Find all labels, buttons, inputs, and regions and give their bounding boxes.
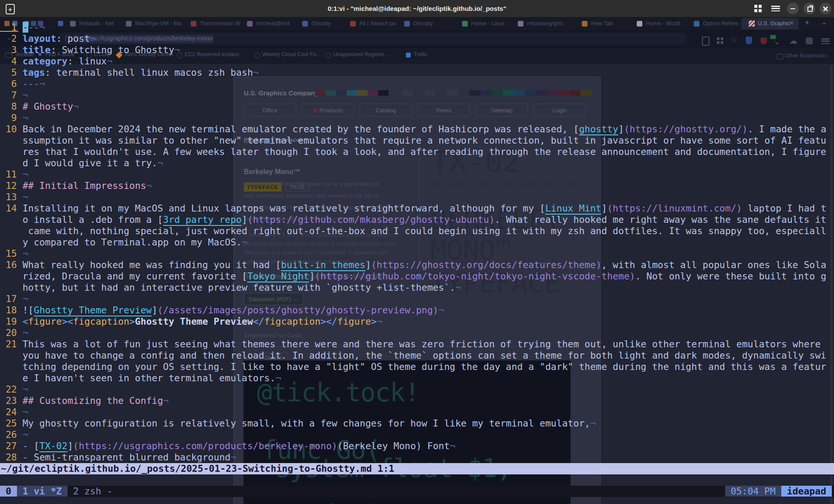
editor-text-segment-b: : post	[56, 33, 90, 44]
editor-text-segment-m: ¬	[23, 192, 28, 202]
line-number	[0, 225, 23, 236]
editor-text-segment-u: (https://linuxmint.com/)	[607, 203, 742, 214]
line-number	[0, 135, 23, 146]
editor-text-segment-m: ¬	[23, 112, 28, 123]
editor-text-segment-tp: ></	[321, 316, 338, 327]
window-title: 0:1:vi - "micheal@ideapad: ~/git/eclipti…	[0, 0, 834, 17]
editor-line-5: 5 tags: terminal shell linux macos zsh b…	[0, 67, 259, 78]
editor-text-segment-m: ¬	[439, 305, 444, 316]
editor-line-4: 4 category: linux¬	[0, 56, 112, 67]
editor-text-segment-d: ---	[23, 78, 40, 89]
editor-text-segment-m: ¬	[157, 158, 163, 168]
editor-text-segment-m: ¬	[23, 407, 28, 417]
editor-text-segment-b: laptop I had t	[742, 203, 827, 214]
line-number: 15	[0, 248, 23, 259]
editor-text-segment-m: ¬	[39, 22, 45, 33]
editor-text-segment-tp: >	[371, 316, 377, 327]
line-number: 5	[0, 67, 23, 78]
editor-text-segment-b: : terminal shell linux macos zsh bash	[45, 67, 253, 78]
editor-text-segment-tn: figure	[28, 316, 62, 327]
editor-text-segment-b: ]	[152, 305, 158, 316]
editor-text-segment-l: ghostty	[579, 124, 618, 134]
line-number	[0, 373, 23, 383]
minimize-button[interactable]	[787, 3, 799, 14]
editor-text-segment-d: --	[28, 22, 40, 33]
editor-line-18: 18 ![Ghostty Theme Preview](/assets/imag…	[0, 305, 444, 316]
editor-text-segment-m: ¬	[23, 384, 28, 395]
line-number: 11	[0, 169, 23, 180]
editor-text-segment-k: category	[23, 56, 68, 67]
tmux-window-2[interactable]: 2 zsh -	[68, 486, 118, 497]
editor-line-11: 11 ¬	[0, 169, 28, 180]
plus-icon: +	[8, 6, 12, 13]
editor-text-segment-k: layout	[23, 33, 56, 44]
line-number: 10	[0, 124, 23, 134]
editor-line-19: 19 <figure><figcaption>Ghostty Theme Pre…	[0, 316, 382, 327]
editor-text-segment-u: (https://ghostty.org/)	[624, 124, 748, 134]
vim-cursor: -	[23, 22, 28, 33]
editor-text-segment-h: ## Customizing the Config	[23, 395, 163, 406]
menu-icon[interactable]	[771, 6, 780, 11]
line-number: 22	[0, 384, 23, 395]
editor-text-segment-b: Installing it on my MacOS and Linux lapt…	[23, 203, 545, 214]
editor-text-segment-u: (https://github.com/mkasberg/ghostty-ubu…	[247, 214, 495, 225]
line-number: 17	[0, 293, 23, 304]
tmux-session[interactable]: 0	[0, 486, 17, 497]
line-number: 4	[0, 56, 23, 67]
editor-text-segment-l: Tokyo Night	[247, 271, 309, 282]
editor-line-3: 3 title: Switching to Ghostty¬	[0, 44, 180, 56]
editor-text-segment-m: ¬	[23, 327, 28, 338]
editor-line-25: 25 My ghostty configuration is relativel…	[0, 418, 596, 429]
line-number: 19	[0, 316, 23, 327]
editor-text-segment-k: tags	[23, 67, 45, 78]
line-number	[0, 158, 23, 168]
editor-text-segment-tp: <	[23, 316, 28, 327]
editor-text-segment-b: My ghostty configuration is relatively s…	[23, 418, 591, 429]
new-tab-button[interactable]: +	[6, 4, 15, 14]
editor-text-segment-m: ¬	[39, 78, 45, 89]
editor-text-segment-b: you have to change a config and then rel…	[23, 350, 827, 361]
editor-line-24: 24 ¬	[0, 407, 28, 418]
editor-line-21-wrap2: tching depending on your OS setting. I l…	[0, 361, 826, 373]
editor-text-segment-b: Back in December 2024 the new terminal e…	[23, 124, 579, 134]
tmux-window-1[interactable]: 1 vi *Z	[17, 486, 68, 497]
editor-text-segment-b: . What really hooked me right away was t…	[495, 214, 826, 225]
line-number: 20	[0, 327, 23, 338]
line-number: 24	[0, 407, 23, 417]
tmux-status-bar: 0 1 vi *Z 2 zsh - 05:04 PM ideapad	[0, 486, 834, 497]
line-number: 7	[0, 90, 23, 101]
editor-text-segment-b: ]	[309, 271, 315, 282]
line-number	[0, 282, 23, 293]
line-number: 16	[0, 259, 23, 270]
line-number: 23	[0, 395, 23, 406]
editor-line-8: 8 # Ghostty¬	[0, 101, 79, 112]
editor-text-segment-tp: </	[253, 316, 264, 327]
editor-line-16: 16 What really hooked me was finding you…	[0, 259, 826, 271]
editor-text-segment-b: ![	[23, 305, 34, 316]
line-number: 18	[0, 305, 23, 316]
editor-text-segment-tn: figcaption	[73, 316, 129, 327]
editor-text-segment-ld: -	[23, 440, 28, 451]
editor-text-segment-l: 3rd party repo	[163, 214, 242, 225]
editor-text-segment-b: (Berkeley Mono) Font	[337, 440, 449, 451]
workspace-grid-icon[interactable]	[754, 5, 762, 12]
editor-line-9: 9 ¬	[0, 112, 28, 124]
editor-text-segment-m: ¬	[23, 169, 28, 180]
editor-line-20: 20 ¬	[0, 327, 28, 339]
vim-statusline: ~/git/ecliptik.github.io/_posts/2025-01-…	[0, 463, 834, 474]
editor-text-segment-l: built-in themes	[281, 259, 365, 270]
editor-text-segment-tp: >	[129, 316, 135, 327]
editor-line-28: 28 - Semi-transparent blurred background…	[0, 452, 236, 463]
screen: Netatalk - NetMacIPgw-VM - MaTransmissio…	[0, 0, 834, 504]
editor-text-segment-m: ¬	[107, 56, 112, 67]
editor-text-segment-tn: figcaption	[264, 316, 321, 327]
close-button[interactable]	[820, 3, 831, 14]
line-number	[0, 146, 23, 157]
editor-line-16-wrap1: rized, Dracula and my current favorite […	[0, 271, 826, 282]
tmux-clock: 05:04 PM	[725, 486, 781, 497]
line-number: 21	[0, 339, 23, 349]
restore-icon2	[807, 7, 813, 12]
editor-text-segment-b: e I haven't seen in other terminal emula…	[23, 373, 276, 383]
maximize-button[interactable]	[804, 3, 815, 14]
editor-text-segment-b: o install a .deb from a [	[23, 214, 163, 225]
